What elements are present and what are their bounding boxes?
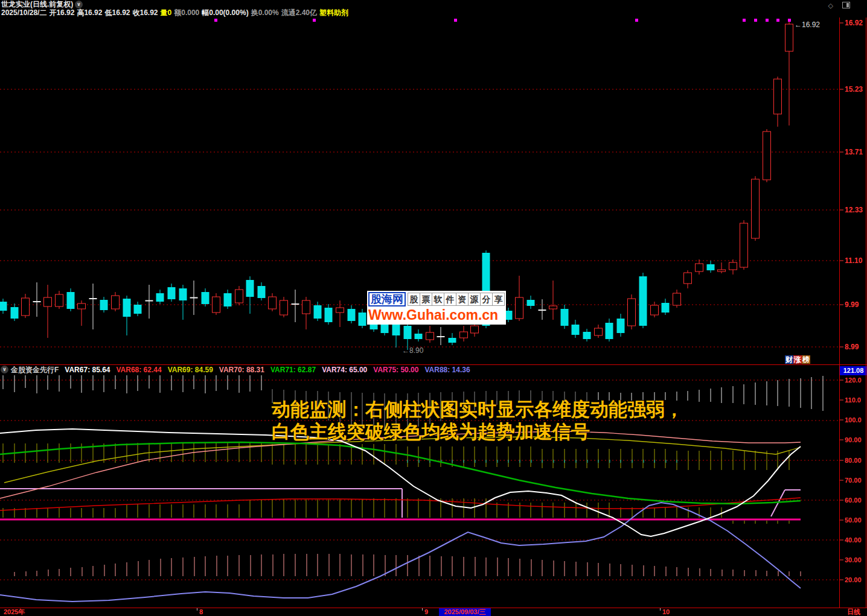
candle-body-up: [549, 306, 557, 309]
quote-field: 收16.92: [133, 8, 158, 17]
candle-body-down: [392, 323, 400, 335]
candle-body-down: [224, 293, 232, 306]
high-price-label: ←16.92: [795, 21, 820, 29]
candle-body-down: [67, 292, 75, 309]
month-tick: [660, 608, 661, 611]
signal-dot: [743, 19, 746, 22]
quote-info-bar: 2025/10/28/二开16.92高16.92低16.92收16.92量0额0…: [1, 8, 867, 17]
watermark-char: 资: [456, 293, 469, 306]
candle-body-down: [246, 280, 254, 297]
chevron-down-icon[interactable]: ∨: [75, 1, 83, 8]
candle-body-up: [460, 332, 468, 338]
candle-body-up: [235, 290, 243, 303]
candle-body-down: [662, 303, 670, 313]
indicator-line-red: [0, 498, 801, 510]
candle-body-down: [527, 300, 535, 306]
month-label: 10: [662, 608, 670, 616]
indicator-axis-label: 50.00: [845, 516, 862, 524]
candle-body-up: [774, 79, 782, 114]
quote-field: 额0.000: [174, 8, 199, 17]
watermark-logo: 股海网: [368, 292, 406, 306]
candle-body-up: [78, 303, 86, 309]
signal-dot: [788, 19, 791, 22]
candle-body-down: [325, 308, 333, 322]
watermark-char: 票: [420, 293, 432, 306]
ranking-badge-char: 财: [785, 355, 793, 364]
candle-body-up: [44, 297, 52, 306]
candle-body-down: [606, 323, 613, 339]
watermark-subtitle: 股票软件资源分享: [408, 293, 505, 306]
indicator-var-value: VAR67: 85.64: [65, 366, 110, 374]
price-axis-label: 11.10: [845, 256, 863, 265]
indicator-axis-label: 70.00: [845, 477, 862, 484]
candle-body-down: [359, 313, 366, 326]
month-label: 8: [199, 608, 203, 616]
candle-body-down: [404, 326, 412, 339]
candle-body-down: [572, 325, 580, 335]
candle-body-down: [561, 309, 569, 326]
candle-body-up: [628, 299, 636, 326]
candle-body-down: [639, 276, 647, 326]
candle-body-down: [134, 305, 142, 314]
candle-body-up: [740, 223, 748, 267]
candle-body-up: [595, 328, 603, 335]
ranking-badge[interactable]: 财涨榜: [785, 355, 810, 364]
indicator-var-value: VAR75: 50.00: [373, 366, 418, 374]
watermark-char: 源: [468, 293, 481, 306]
period-label[interactable]: 日线: [847, 608, 860, 616]
candle-body-up: [56, 294, 63, 306]
indicator-line-blue: [0, 503, 801, 602]
price-axis-label: 16.92: [845, 19, 863, 27]
signal-dot: [313, 19, 316, 22]
candle-body-down: [707, 264, 715, 270]
candle-body-down: [258, 286, 266, 298]
candle-body-up: [269, 297, 277, 309]
candle-body-up: [336, 308, 344, 313]
candle-body-down: [100, 300, 108, 310]
candle-body-down: [314, 305, 322, 319]
quote-field: 量0: [161, 8, 172, 17]
indicator-axis-label: 30.00: [845, 556, 862, 564]
right-border-line: [866, 17, 866, 608]
indicator-axis-label: 60.00: [845, 497, 862, 504]
candle-body-up: [729, 262, 737, 270]
candle-body-up: [718, 270, 726, 271]
month-label: 9: [424, 608, 428, 616]
candle-body-down: [202, 292, 210, 304]
candle-body-down: [156, 293, 164, 302]
candle-body-up: [696, 264, 703, 271]
candle-body-down: [449, 338, 456, 343]
candle-body-up: [280, 300, 288, 315]
indicator-value-box: 121.08: [840, 366, 867, 375]
indicator-axis-label: 120.0: [845, 376, 862, 384]
candle-body-down: [583, 332, 591, 339]
candle-body-down: [179, 288, 187, 300]
quote-field: 塑料助剂: [319, 8, 348, 17]
watermark-char: 享: [492, 293, 505, 306]
indicator-axis-label: 100.0: [845, 416, 862, 424]
candle-body-up: [213, 297, 220, 313]
title-bar: 世龙实业(日线.前复权) ∨ ◇: [0, 0, 867, 8]
price-axis-label: 12.33: [845, 206, 863, 214]
low-price-label: ←8.90: [402, 346, 423, 355]
signal-dot: [776, 19, 779, 22]
indicator-axis-label: 40.00: [845, 536, 862, 544]
watermark-char: 件: [444, 293, 456, 306]
annotation-line2: 白色主线突破绿色均线为趋势加速信号: [272, 421, 683, 443]
annotation-text: 动能监测：右侧柱状图实时显示各维度动能强弱， 白色主线突破绿色均线为趋势加速信号: [272, 398, 683, 443]
candle-body-up: [752, 179, 760, 238]
indicator-var-value: VAR74: 65.00: [322, 366, 367, 374]
panel-layout-icon[interactable]: [842, 2, 850, 8]
ranking-badge-char: 涨: [793, 355, 802, 364]
quote-field: 低16.92: [104, 8, 130, 17]
indicator-var-value: VAR71: 62.87: [270, 366, 316, 374]
indicator-axis-label: 20.00: [845, 576, 862, 583]
indicator-line-yellow: [4, 437, 801, 483]
watermark-url: Www.Guhai.com.cn: [368, 307, 505, 323]
watermark-char: 软: [432, 293, 444, 306]
candle-body-up: [426, 332, 434, 340]
watermark: 股海网 股票软件资源分享 Www.Guhai.com.cn: [367, 291, 506, 325]
candle-body-up: [471, 326, 479, 333]
signal-dot: [454, 19, 457, 22]
time-axis-bar[interactable]: 2025年 2025/09/03/三 日线 8910: [0, 608, 867, 616]
